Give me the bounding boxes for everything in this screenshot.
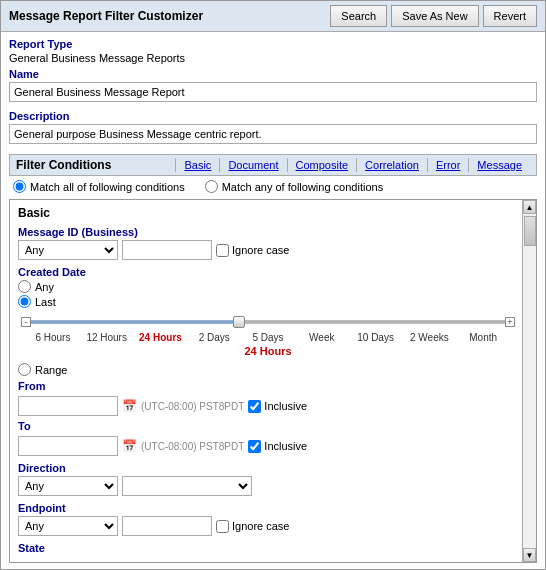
tab-correlation[interactable]: Correlation (356, 158, 427, 172)
from-date-input[interactable] (18, 396, 118, 416)
name-input[interactable] (9, 82, 537, 102)
match-all-option[interactable]: Match all of following conditions (13, 180, 185, 193)
endpoint-label: Endpoint (18, 502, 518, 514)
tab-message[interactable]: Message (468, 158, 530, 172)
scroll-up-btn[interactable]: ▲ (523, 200, 536, 214)
range-label: Range (35, 364, 67, 376)
endpoint-select[interactable]: Any (18, 516, 118, 536)
from-section: From 📅 (UTC-08:00) PST8PDT Inclusive (18, 380, 518, 416)
range-radio[interactable] (18, 363, 31, 376)
filter-conditions-title: Filter Conditions (16, 158, 175, 172)
endpoint-section: Endpoint Any Ignore case (18, 502, 518, 536)
match-any-radio[interactable] (205, 180, 218, 193)
main-window: Message Report Filter Customizer Search … (0, 0, 546, 570)
slider-label-2w: 2 Weeks (402, 332, 456, 343)
to-date-input[interactable] (18, 436, 118, 456)
match-all-radio[interactable] (13, 180, 26, 193)
tab-composite[interactable]: Composite (287, 158, 357, 172)
tab-error[interactable]: Error (427, 158, 468, 172)
direction-section: Direction Any (18, 462, 518, 496)
description-input[interactable] (9, 124, 537, 144)
basic-title: Basic (18, 206, 518, 220)
report-type-value: General Business Message Reports (9, 52, 537, 64)
basic-section: Basic Message ID (Business) Any Ignore c… (9, 199, 537, 563)
basic-inner: Basic Message ID (Business) Any Ignore c… (10, 200, 536, 562)
to-timezone: (UTC-08:00) PST8PDT (141, 441, 244, 452)
from-timezone: (UTC-08:00) PST8PDT (141, 401, 244, 412)
scroll-track (523, 214, 536, 548)
ignore-case-checkbox[interactable] (216, 244, 229, 257)
to-section: To 📅 (UTC-08:00) PST8PDT Inclusive (18, 420, 518, 456)
tab-basic[interactable]: Basic (175, 158, 219, 172)
created-date-label: Created Date (18, 266, 518, 278)
endpoint-ignore-case-label: Ignore case (232, 520, 289, 532)
match-row: Match all of following conditions Match … (9, 176, 537, 197)
date-any-option[interactable]: Any (18, 280, 518, 293)
report-type-section: Report Type General Business Message Rep… (9, 38, 537, 64)
to-label: To (18, 420, 518, 432)
titlebar: Message Report Filter Customizer Search … (1, 1, 545, 32)
slider-label-10d: 10 Days (349, 332, 403, 343)
message-id-label: Message ID (Business) (18, 226, 518, 238)
slider-label-5d: 5 Days (241, 332, 295, 343)
message-id-select[interactable]: Any (18, 240, 118, 260)
endpoint-ignore-case-option[interactable]: Ignore case (216, 520, 289, 533)
date-any-label: Any (35, 281, 54, 293)
from-inclusive-option[interactable]: Inclusive (248, 400, 307, 413)
revert-button[interactable]: Revert (483, 5, 537, 27)
slider-active-value: 24 Hours (22, 345, 514, 357)
slider-label-month: Month (456, 332, 510, 343)
endpoint-row: Any Ignore case (18, 516, 518, 536)
from-row: 📅 (UTC-08:00) PST8PDT Inclusive (18, 396, 518, 416)
from-calendar-icon[interactable]: 📅 (122, 399, 137, 413)
direction-select2[interactable] (122, 476, 252, 496)
endpoint-ignore-case-checkbox[interactable] (216, 520, 229, 533)
slider-left-btn[interactable]: - (21, 317, 31, 327)
to-inclusive-label: Inclusive (264, 440, 307, 452)
window-title: Message Report Filter Customizer (9, 9, 203, 23)
to-inclusive-checkbox[interactable] (248, 440, 261, 453)
slider-thumb[interactable] (233, 316, 245, 328)
name-section: Name (9, 68, 537, 106)
to-row: 📅 (UTC-08:00) PST8PDT Inclusive (18, 436, 518, 456)
range-row: Range (18, 363, 518, 376)
filter-tabs: Basic Document Composite Correlation Err… (175, 158, 530, 172)
message-id-input[interactable] (122, 240, 212, 260)
match-all-label: Match all of following conditions (30, 181, 185, 193)
slider-labels: 6 Hours 12 Hours 24 Hours 2 Days 5 Days … (22, 330, 514, 343)
description-section: Description (9, 110, 537, 148)
slider-label-24h: 24 Hours (134, 332, 188, 343)
direction-select[interactable]: Any (18, 476, 118, 496)
match-any-label: Match any of following conditions (222, 181, 383, 193)
name-label: Name (9, 68, 537, 80)
range-option[interactable]: Range (18, 363, 518, 376)
ignore-case-option[interactable]: Ignore case (216, 244, 289, 257)
date-last-option[interactable]: Last (18, 295, 518, 308)
date-last-radio[interactable] (18, 295, 31, 308)
slider-label-6h: 6 Hours (26, 332, 80, 343)
search-button[interactable]: Search (330, 5, 387, 27)
to-inclusive-option[interactable]: Inclusive (248, 440, 307, 453)
state-label: State (18, 542, 518, 554)
filter-conditions-header: Filter Conditions Basic Document Composi… (9, 154, 537, 176)
to-calendar-icon[interactable]: 📅 (122, 439, 137, 453)
from-inclusive-label: Inclusive (264, 400, 307, 412)
slider-label-2d: 2 Days (187, 332, 241, 343)
description-label: Description (9, 110, 537, 122)
slider-right-btn[interactable]: + (505, 317, 515, 327)
scroll-down-btn[interactable]: ▼ (523, 548, 536, 562)
date-last-label: Last (35, 296, 56, 308)
scrollbar: ▲ ▼ (522, 200, 536, 562)
endpoint-input[interactable] (122, 516, 212, 536)
direction-row: Any (18, 476, 518, 496)
report-type-label: Report Type (9, 38, 537, 50)
tab-document[interactable]: Document (219, 158, 286, 172)
state-section: State (18, 542, 518, 554)
scroll-thumb[interactable] (524, 216, 536, 246)
from-inclusive-checkbox[interactable] (248, 400, 261, 413)
save-new-button[interactable]: Save As New (391, 5, 478, 27)
from-label: From (18, 380, 518, 392)
date-any-radio[interactable] (18, 280, 31, 293)
match-any-option[interactable]: Match any of following conditions (205, 180, 383, 193)
slider-label-week: Week (295, 332, 349, 343)
